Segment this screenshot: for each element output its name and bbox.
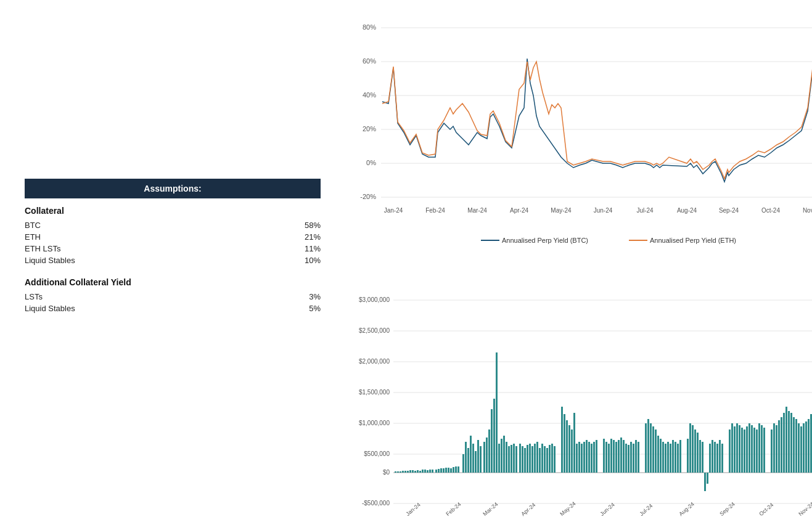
svg-text:Jul-24: Jul-24	[638, 503, 654, 517]
svg-text:Jun-24: Jun-24	[594, 207, 613, 214]
svg-rect-189	[788, 411, 790, 473]
svg-rect-156	[697, 433, 699, 473]
svg-rect-48	[404, 471, 406, 473]
svg-rect-103	[546, 448, 548, 473]
svg-rect-151	[679, 440, 681, 473]
svg-rect-159	[704, 473, 706, 491]
assumptions-header: Assumptions:	[25, 179, 321, 198]
svg-rect-111	[571, 429, 573, 473]
svg-rect-84	[498, 444, 500, 473]
svg-rect-133	[630, 442, 632, 473]
svg-rect-62	[440, 468, 442, 473]
svg-rect-165	[719, 440, 721, 473]
svg-rect-77	[480, 446, 482, 473]
svg-rect-52	[414, 471, 416, 473]
svg-rect-177	[753, 428, 755, 473]
daily-revenue-chart: $3,000,000 $2,500,000 $2,000,000 $1,500,…	[358, 286, 812, 525]
additional-value: 3%	[309, 292, 321, 301]
svg-rect-59	[432, 470, 433, 473]
svg-rect-87	[506, 442, 507, 473]
svg-rect-45	[397, 471, 399, 473]
svg-rect-195	[803, 423, 805, 473]
svg-rect-149	[675, 442, 676, 473]
svg-rect-158	[702, 442, 703, 473]
svg-rect-68	[455, 466, 457, 473]
svg-rect-152	[687, 439, 689, 473]
svg-rect-105	[551, 444, 553, 473]
svg-text:Feb-24: Feb-24	[425, 207, 445, 214]
svg-text:Mar-24: Mar-24	[467, 207, 487, 214]
svg-rect-107	[561, 407, 563, 473]
svg-rect-157	[699, 440, 701, 473]
svg-text:80%: 80%	[363, 23, 376, 31]
svg-rect-71	[465, 442, 467, 473]
collateral-label: ETH LSTs	[25, 244, 61, 253]
svg-text:Annualised Perp Yield (BTC): Annualised Perp Yield (BTC)	[502, 237, 588, 244]
svg-rect-138	[647, 419, 649, 473]
svg-text:$1,000,000: $1,000,000	[359, 420, 390, 426]
svg-rect-102	[544, 446, 546, 473]
svg-rect-162	[712, 440, 713, 473]
svg-rect-69	[457, 466, 459, 473]
svg-rect-191	[793, 417, 795, 473]
svg-rect-66	[450, 468, 452, 473]
svg-text:Oct-24: Oct-24	[761, 207, 780, 214]
svg-rect-86	[503, 436, 505, 473]
left-panel: Assumptions: Collateral BTC58%ETH21%ETH …	[0, 6, 345, 525]
svg-rect-47	[402, 471, 404, 473]
svg-rect-97	[531, 446, 533, 473]
svg-rect-106	[554, 446, 556, 473]
svg-rect-101	[541, 444, 543, 473]
additional-row: LSTs3%	[25, 291, 321, 303]
svg-rect-46	[400, 471, 401, 473]
svg-rect-183	[773, 423, 775, 473]
svg-text:Oct-24: Oct-24	[758, 502, 774, 517]
svg-text:$2,000,000: $2,000,000	[359, 358, 390, 365]
additional-value: 5%	[309, 304, 321, 313]
svg-rect-113	[576, 444, 578, 473]
svg-rect-186	[781, 417, 782, 473]
svg-rect-125	[610, 439, 612, 473]
svg-rect-104	[549, 445, 551, 473]
svg-rect-167	[729, 429, 731, 473]
svg-rect-126	[613, 440, 615, 473]
svg-rect-85	[501, 439, 502, 473]
svg-rect-58	[429, 470, 431, 473]
svg-text:Nov-24: Nov-24	[803, 207, 812, 214]
svg-rect-64	[445, 468, 447, 473]
collateral-value: 11%	[305, 244, 321, 253]
svg-rect-80	[488, 429, 490, 473]
svg-text:Jan-24: Jan-24	[384, 207, 403, 214]
svg-rect-196	[805, 421, 807, 473]
svg-rect-127	[615, 442, 617, 473]
svg-rect-50	[409, 470, 411, 473]
svg-rect-81	[491, 409, 493, 473]
svg-rect-197	[808, 419, 810, 473]
svg-rect-65	[448, 468, 449, 473]
svg-rect-76	[477, 440, 479, 473]
svg-rect-185	[778, 420, 780, 473]
collateral-value: 58%	[305, 221, 321, 230]
svg-rect-72	[467, 448, 469, 473]
svg-rect-114	[578, 442, 580, 473]
svg-rect-130	[623, 440, 625, 473]
svg-rect-135	[635, 440, 637, 473]
svg-rect-153	[689, 423, 691, 473]
svg-rect-79	[486, 437, 488, 473]
svg-rect-124	[608, 444, 610, 473]
collateral-row: Liquid Stables10%	[25, 254, 321, 266]
svg-rect-150	[677, 444, 679, 473]
svg-text:Jun-24: Jun-24	[599, 502, 616, 517]
svg-rect-147	[670, 444, 671, 473]
collateral-label: Liquid Stables	[25, 256, 75, 265]
collateral-title: Collateral	[25, 206, 321, 216]
svg-rect-140	[652, 426, 654, 473]
svg-rect-194	[800, 426, 802, 473]
svg-rect-89	[511, 445, 512, 473]
svg-rect-128	[618, 440, 620, 473]
svg-rect-99	[536, 442, 538, 473]
svg-rect-176	[751, 425, 753, 473]
svg-rect-118	[588, 442, 590, 473]
svg-text:20%: 20%	[363, 125, 376, 132]
svg-text:May-24: May-24	[559, 500, 576, 517]
